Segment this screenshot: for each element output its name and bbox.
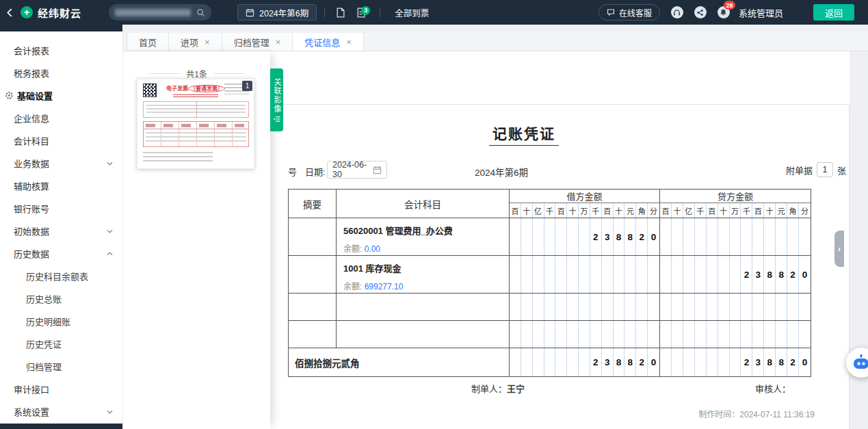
sidebar-item-audit-interface[interactable]: 审计接口	[0, 378, 122, 400]
sidebar-item-label: 历史凭证	[26, 337, 62, 350]
user-account[interactable]: 系统管理员	[739, 6, 783, 19]
tab-home[interactable]: 首页	[127, 33, 169, 51]
digit-cell	[544, 348, 556, 376]
digit-cell: 2	[636, 348, 648, 376]
back-button[interactable]	[0, 0, 18, 25]
digit-cell	[776, 218, 787, 255]
sidebar-item-enterprise-info[interactable]: 企业信息	[0, 107, 122, 129]
digit-cell	[602, 256, 614, 293]
digit-cell: 0	[648, 218, 659, 255]
tab-close-icon[interactable]: ×	[276, 38, 281, 47]
amount-unit-label: 万	[730, 203, 741, 218]
credit-units-row: 百十亿千百十万千百十元角分	[660, 203, 811, 218]
app-window: + 经纬财云 2024年第6期 3 全部到票	[0, 0, 868, 429]
sidebar-item-history-subject-balance[interactable]: 历史科目余额表	[0, 265, 122, 287]
sidebar-item-auxiliary-accounting[interactable]: 辅助核算	[0, 174, 122, 197]
amount-unit-label: 十	[718, 203, 730, 218]
amount-unit-label: 十	[672, 203, 683, 218]
tab-close-icon[interactable]: ×	[346, 38, 352, 47]
sidebar-item-business-data[interactable]: 业务数据	[0, 152, 122, 174]
expand-panel-handle[interactable]: ›	[834, 231, 844, 267]
summary-cell	[289, 294, 337, 320]
header-divider	[324, 8, 325, 17]
digit-cell: 2	[741, 348, 752, 376]
search-input[interactable]	[109, 4, 211, 21]
related-images-button[interactable]: 关联影像	[270, 68, 283, 131]
digit-cell	[695, 256, 707, 293]
related-images-label: 关联影像	[273, 78, 280, 114]
digit-cell: 3	[602, 348, 614, 376]
invoice-items-table	[143, 121, 249, 147]
digit-cell	[752, 294, 764, 320]
digit-cell	[510, 218, 521, 255]
digit-cell	[695, 294, 707, 320]
online-service-button[interactable]: 在线客服	[599, 4, 660, 21]
credit-column-header: 贷方金额 百十亿千百十万千百十元角分	[660, 190, 811, 218]
account-cell	[337, 294, 510, 320]
tab-archive-management[interactable]: 归档管理×	[222, 33, 293, 51]
digit-cell	[695, 218, 707, 255]
period-selector[interactable]: 2024年第6期	[237, 4, 317, 21]
amount-unit-label: 千	[695, 203, 707, 218]
voucher-row	[289, 294, 811, 321]
invoice-box-button[interactable]: 3	[356, 8, 365, 18]
digit-cell	[707, 294, 718, 320]
digit-cell	[533, 348, 544, 376]
sidebar-item-basic-settings[interactable]: 基础设置	[0, 84, 122, 107]
image-list-panel: 共1条 1 电子发票（普通发票）	[123, 51, 270, 429]
balance-row: 余额: 0.00	[343, 242, 502, 254]
file-icon	[336, 8, 345, 18]
digit-cell	[683, 348, 695, 376]
amount-unit-label: 元	[776, 203, 787, 218]
sidebar-item-label: 税务报表	[14, 66, 49, 79]
digit-cell: 3	[602, 218, 614, 255]
sidebar-item-archive-management[interactable]: 归档管理	[0, 355, 122, 378]
return-button[interactable]: 返回	[813, 4, 854, 21]
digit-cell	[555, 218, 567, 255]
digit-cell	[567, 294, 579, 320]
digit-cell	[718, 256, 730, 293]
all-invoices-link[interactable]: 全部到票	[395, 6, 429, 19]
digit-cell	[776, 321, 787, 348]
document-button[interactable]	[336, 8, 345, 18]
sidebar-item-label: 会计科目	[14, 134, 49, 147]
sidebar-item-history-detail-ledger[interactable]: 历史明细账	[0, 310, 122, 333]
digit-cell	[533, 218, 544, 255]
digit-cell	[614, 256, 625, 293]
sidebar-item-history-data[interactable]: 历史数据	[0, 242, 122, 265]
tab-close-icon[interactable]: ×	[205, 38, 210, 47]
sidebar-item-history-general-ledger[interactable]: 历史总账	[0, 287, 122, 310]
digit-cell	[636, 321, 648, 348]
sidebar-item-tax-reports[interactable]: 税务报表	[0, 62, 122, 84]
amount-unit-label: 百	[752, 203, 764, 218]
digit-cell	[776, 294, 787, 320]
attachment-label: 附单据	[786, 164, 813, 177]
notification-button[interactable]: 28	[718, 6, 730, 18]
digit-cell: 8	[776, 348, 787, 376]
divider-line	[149, 73, 179, 74]
invoice-count-badge: 3	[361, 6, 370, 15]
digit-cell	[510, 321, 521, 348]
tab-label: 首页	[139, 36, 157, 49]
sidebar-item-accounting-reports[interactable]: 会计报表	[0, 39, 122, 62]
tab-input-invoices[interactable]: 进项×	[169, 33, 222, 51]
sidebar-item-accounting-subjects[interactable]: 会计科目	[0, 129, 122, 152]
digit-cell	[510, 348, 521, 376]
invoice-thumbnail[interactable]: 1 电子发票（普通发票）	[137, 79, 254, 169]
amount-unit-label: 百	[555, 203, 567, 218]
digit-cell	[672, 348, 683, 376]
support-button[interactable]	[671, 6, 683, 18]
amount-unit-label: 百	[602, 203, 614, 218]
attachment-count-input[interactable]: 1	[817, 162, 833, 177]
tab-voucher-info[interactable]: 凭证信息×	[293, 33, 364, 51]
sidebar-item-bank-accounts[interactable]: 银行账号	[0, 197, 122, 220]
amount-unit-label: 十	[521, 203, 533, 218]
amount-unit-label: 千	[544, 203, 556, 218]
sidebar-item-system-settings[interactable]: 系统设置	[0, 400, 122, 423]
sidebar-item-history-vouchers[interactable]: 历史凭证	[0, 333, 122, 355]
digit-cell	[683, 218, 695, 255]
share-button[interactable]	[694, 6, 707, 18]
voucher-date-input[interactable]: 2024-06-30	[327, 161, 387, 179]
sidebar-item-initial-data[interactable]: 初始数据	[0, 220, 122, 242]
digit-cell	[752, 321, 764, 348]
